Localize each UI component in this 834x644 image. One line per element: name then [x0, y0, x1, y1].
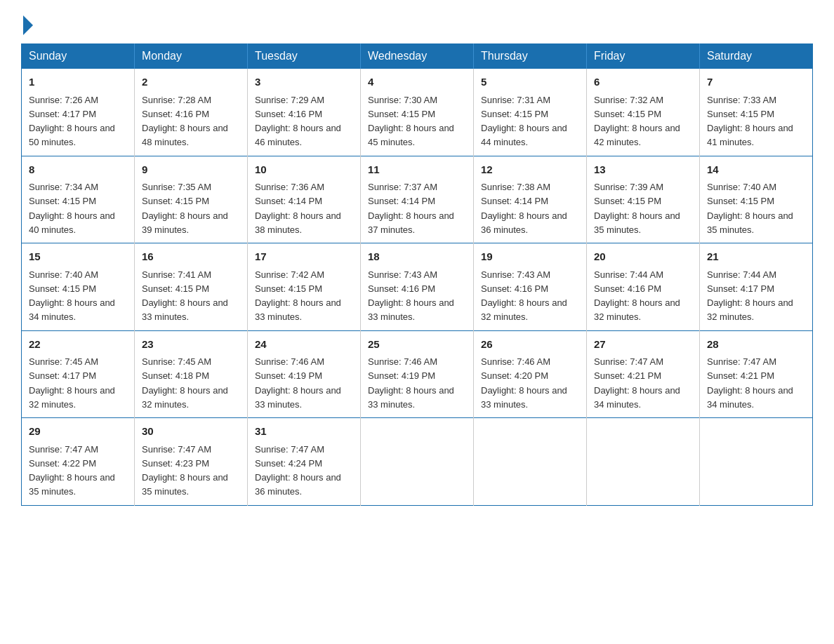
day-info: Sunrise: 7:38 AMSunset: 4:14 PMDaylight:… — [481, 182, 567, 235]
day-number: 30 — [142, 424, 240, 440]
weekday-header: Wednesday — [361, 44, 474, 69]
calendar-day-cell — [474, 418, 587, 506]
calendar-day-cell: 15 Sunrise: 7:40 AMSunset: 4:15 PMDaylig… — [22, 243, 135, 331]
day-info: Sunrise: 7:35 AMSunset: 4:15 PMDaylight:… — [142, 182, 228, 235]
day-info: Sunrise: 7:36 AMSunset: 4:14 PMDaylight:… — [255, 182, 341, 235]
day-info: Sunrise: 7:37 AMSunset: 4:14 PMDaylight:… — [368, 182, 454, 235]
day-info: Sunrise: 7:40 AMSunset: 4:15 PMDaylight:… — [29, 269, 115, 323]
calendar-day-cell: 16 Sunrise: 7:41 AMSunset: 4:15 PMDaylig… — [135, 243, 248, 331]
day-number: 14 — [707, 162, 805, 178]
day-number: 11 — [368, 162, 466, 178]
day-info: Sunrise: 7:47 AMSunset: 4:22 PMDaylight:… — [29, 444, 115, 497]
day-number: 22 — [29, 337, 127, 353]
calendar-day-cell: 29 Sunrise: 7:47 AMSunset: 4:22 PMDaylig… — [22, 418, 135, 506]
day-number: 9 — [142, 162, 240, 178]
calendar-day-cell: 30 Sunrise: 7:47 AMSunset: 4:23 PMDaylig… — [135, 418, 248, 506]
day-number: 23 — [142, 337, 240, 353]
day-number: 13 — [594, 162, 692, 178]
day-number: 29 — [29, 424, 127, 440]
calendar-day-cell: 1 Sunrise: 7:26 AMSunset: 4:17 PMDayligh… — [22, 69, 135, 156]
calendar-week-row: 8 Sunrise: 7:34 AMSunset: 4:15 PMDayligh… — [22, 156, 813, 243]
calendar-day-cell: 21 Sunrise: 7:44 AMSunset: 4:17 PMDaylig… — [700, 243, 813, 331]
calendar-day-cell: 12 Sunrise: 7:38 AMSunset: 4:14 PMDaylig… — [474, 156, 587, 243]
calendar-day-cell: 20 Sunrise: 7:44 AMSunset: 4:16 PMDaylig… — [587, 243, 700, 331]
calendar-day-cell: 5 Sunrise: 7:31 AMSunset: 4:15 PMDayligh… — [474, 69, 587, 156]
day-number: 24 — [255, 337, 353, 353]
day-info: Sunrise: 7:45 AMSunset: 4:18 PMDaylight:… — [142, 356, 228, 410]
day-info: Sunrise: 7:41 AMSunset: 4:15 PMDaylight:… — [142, 269, 228, 323]
calendar-day-cell: 18 Sunrise: 7:43 AMSunset: 4:16 PMDaylig… — [361, 243, 474, 331]
calendar-day-cell: 22 Sunrise: 7:45 AMSunset: 4:17 PMDaylig… — [22, 330, 135, 418]
day-info: Sunrise: 7:40 AMSunset: 4:15 PMDaylight:… — [707, 182, 793, 235]
day-info: Sunrise: 7:30 AMSunset: 4:15 PMDaylight:… — [368, 95, 454, 148]
calendar-day-cell: 8 Sunrise: 7:34 AMSunset: 4:15 PMDayligh… — [22, 156, 135, 243]
calendar-day-cell: 14 Sunrise: 7:40 AMSunset: 4:15 PMDaylig… — [700, 156, 813, 243]
calendar-week-row: 22 Sunrise: 7:45 AMSunset: 4:17 PMDaylig… — [22, 330, 813, 418]
day-info: Sunrise: 7:39 AMSunset: 4:15 PMDaylight:… — [594, 182, 680, 235]
calendar-day-cell: 6 Sunrise: 7:32 AMSunset: 4:15 PMDayligh… — [587, 69, 700, 156]
calendar-table: SundayMondayTuesdayWednesdayThursdayFrid… — [21, 43, 813, 506]
calendar-day-cell: 31 Sunrise: 7:47 AMSunset: 4:24 PMDaylig… — [248, 418, 361, 506]
day-number: 7 — [707, 74, 805, 90]
day-number: 20 — [594, 249, 692, 265]
weekday-header: Saturday — [700, 44, 813, 69]
calendar-day-cell: 24 Sunrise: 7:46 AMSunset: 4:19 PMDaylig… — [248, 330, 361, 418]
day-info: Sunrise: 7:45 AMSunset: 4:17 PMDaylight:… — [29, 356, 115, 410]
calendar-day-cell: 3 Sunrise: 7:29 AMSunset: 4:16 PMDayligh… — [248, 69, 361, 156]
calendar-day-cell: 9 Sunrise: 7:35 AMSunset: 4:15 PMDayligh… — [135, 156, 248, 243]
calendar-day-cell: 2 Sunrise: 7:28 AMSunset: 4:16 PMDayligh… — [135, 69, 248, 156]
calendar-day-cell: 4 Sunrise: 7:30 AMSunset: 4:15 PMDayligh… — [361, 69, 474, 156]
day-info: Sunrise: 7:46 AMSunset: 4:20 PMDaylight:… — [481, 356, 567, 410]
day-number: 6 — [594, 74, 692, 90]
day-info: Sunrise: 7:43 AMSunset: 4:16 PMDaylight:… — [368, 269, 454, 323]
calendar-day-cell: 10 Sunrise: 7:36 AMSunset: 4:14 PMDaylig… — [248, 156, 361, 243]
day-info: Sunrise: 7:46 AMSunset: 4:19 PMDaylight:… — [255, 356, 341, 410]
calendar-day-cell: 28 Sunrise: 7:47 AMSunset: 4:21 PMDaylig… — [700, 330, 813, 418]
calendar-day-cell: 19 Sunrise: 7:43 AMSunset: 4:16 PMDaylig… — [474, 243, 587, 331]
day-info: Sunrise: 7:44 AMSunset: 4:17 PMDaylight:… — [707, 269, 793, 323]
day-info: Sunrise: 7:47 AMSunset: 4:23 PMDaylight:… — [142, 444, 228, 497]
day-info: Sunrise: 7:33 AMSunset: 4:15 PMDaylight:… — [707, 95, 793, 148]
day-number: 15 — [29, 249, 127, 265]
day-number: 12 — [481, 162, 579, 178]
day-number: 5 — [481, 74, 579, 90]
calendar-day-cell: 27 Sunrise: 7:47 AMSunset: 4:21 PMDaylig… — [587, 330, 700, 418]
day-number: 2 — [142, 74, 240, 90]
day-info: Sunrise: 7:26 AMSunset: 4:17 PMDaylight:… — [29, 95, 115, 148]
day-info: Sunrise: 7:47 AMSunset: 4:21 PMDaylight:… — [707, 356, 793, 410]
day-info: Sunrise: 7:47 AMSunset: 4:24 PMDaylight:… — [255, 444, 341, 497]
day-info: Sunrise: 7:34 AMSunset: 4:15 PMDaylight:… — [29, 182, 115, 235]
day-info: Sunrise: 7:32 AMSunset: 4:15 PMDaylight:… — [594, 95, 680, 148]
weekday-header: Monday — [135, 44, 248, 69]
calendar-day-cell: 13 Sunrise: 7:39 AMSunset: 4:15 PMDaylig… — [587, 156, 700, 243]
day-number: 16 — [142, 249, 240, 265]
day-info: Sunrise: 7:47 AMSunset: 4:21 PMDaylight:… — [594, 356, 680, 410]
day-number: 1 — [29, 74, 127, 90]
calendar-day-cell: 26 Sunrise: 7:46 AMSunset: 4:20 PMDaylig… — [474, 330, 587, 418]
day-number: 28 — [707, 337, 805, 353]
calendar-week-row: 29 Sunrise: 7:47 AMSunset: 4:22 PMDaylig… — [22, 418, 813, 506]
day-info: Sunrise: 7:28 AMSunset: 4:16 PMDaylight:… — [142, 95, 228, 148]
day-number: 27 — [594, 337, 692, 353]
weekday-header: Thursday — [474, 44, 587, 69]
weekday-row: SundayMondayTuesdayWednesdayThursdayFrid… — [22, 44, 813, 69]
calendar-day-cell: 25 Sunrise: 7:46 AMSunset: 4:19 PMDaylig… — [361, 330, 474, 418]
day-number: 10 — [255, 162, 353, 178]
logo-triangle-icon — [23, 15, 33, 35]
weekday-header: Friday — [587, 44, 700, 69]
day-info: Sunrise: 7:29 AMSunset: 4:16 PMDaylight:… — [255, 95, 341, 148]
day-number: 17 — [255, 249, 353, 265]
calendar-day-cell: 11 Sunrise: 7:37 AMSunset: 4:14 PMDaylig… — [361, 156, 474, 243]
day-info: Sunrise: 7:31 AMSunset: 4:15 PMDaylight:… — [481, 95, 567, 148]
page-header — [21, 14, 813, 31]
day-number: 19 — [481, 249, 579, 265]
calendar-day-cell: 7 Sunrise: 7:33 AMSunset: 4:15 PMDayligh… — [700, 69, 813, 156]
day-number: 8 — [29, 162, 127, 178]
calendar-week-row: 15 Sunrise: 7:40 AMSunset: 4:15 PMDaylig… — [22, 243, 813, 331]
day-number: 18 — [368, 249, 466, 265]
day-number: 26 — [481, 337, 579, 353]
calendar-week-row: 1 Sunrise: 7:26 AMSunset: 4:17 PMDayligh… — [22, 69, 813, 156]
calendar-day-cell — [700, 418, 813, 506]
calendar-header: SundayMondayTuesdayWednesdayThursdayFrid… — [22, 44, 813, 69]
logo — [21, 14, 33, 31]
